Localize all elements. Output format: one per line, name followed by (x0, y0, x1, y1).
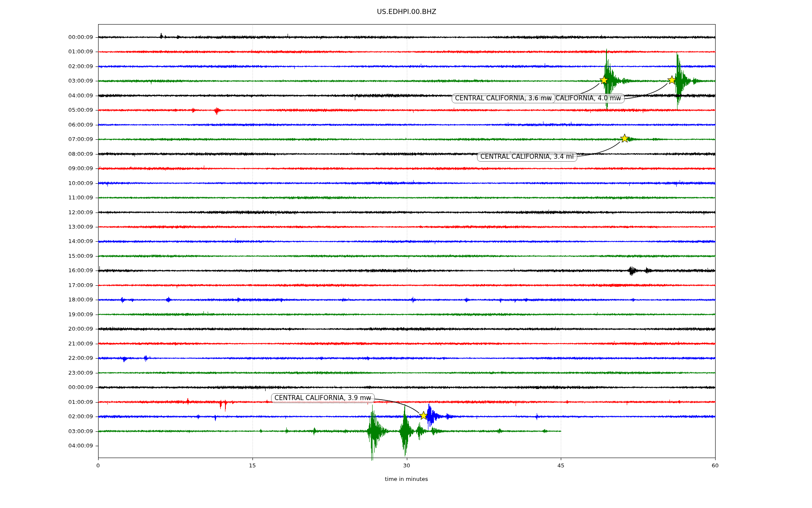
y-tick-label: 22:00:09 (25, 355, 93, 361)
y-tick-label: 03:00:09 (25, 428, 93, 434)
x-tick-label: 45 (546, 462, 576, 469)
y-tick-label: 15:00:09 (25, 253, 93, 259)
seismogram-figure: US.EDHPI.00.BHZ 00:00:0901:00:0902:00:09… (0, 0, 812, 508)
event-annotation-3.9mw: CENTRAL CALIFORNIA, 3.9 mw (271, 393, 375, 403)
y-tick-label: 11:00:09 (25, 194, 93, 201)
y-tick-label: 08:00:09 (25, 151, 93, 157)
y-tick-label: 21:00:09 (25, 340, 93, 347)
plot-title: US.EDHPI.00.BHZ (98, 8, 715, 16)
y-tick-label: 13:00:09 (25, 224, 93, 230)
y-tick-label: 02:00:09 (25, 413, 93, 420)
y-tick-label: 01:00:09 (25, 48, 93, 55)
event-annotation-3.4ml: CENTRAL CALIFORNIA, 3.4 ml (477, 152, 577, 162)
x-tick-label: 30 (392, 462, 422, 469)
y-tick-label: 14:00:09 (25, 238, 93, 244)
y-tick-label: 04:00:09 (25, 442, 93, 449)
y-tick-label: 09:00:09 (25, 165, 93, 171)
event-annotation-3.6mw: CENTRAL CALIFORNIA, 3.6 mw (452, 94, 555, 103)
y-tick-label: 10:00:09 (25, 180, 93, 186)
y-tick-label: 04:00:09 (25, 92, 93, 99)
y-tick-label: 07:00:09 (25, 136, 93, 142)
y-tick-label: 03:00:09 (25, 77, 93, 84)
y-tick-label: 16:00:09 (25, 267, 93, 273)
y-tick-label: 00:00:09 (25, 34, 93, 40)
y-tick-label: 05:00:09 (25, 107, 93, 113)
y-tick-label: 01:00:09 (25, 399, 93, 405)
y-tick-label: 18:00:09 (25, 296, 93, 303)
x-axis-title: time in minutes (364, 476, 449, 482)
seismogram-canvas (0, 0, 812, 508)
x-tick-label: 60 (700, 462, 730, 469)
y-tick-label: 23:00:09 (25, 370, 93, 376)
y-tick-label: 06:00:09 (25, 121, 93, 128)
y-tick-label: 12:00:09 (25, 209, 93, 215)
y-tick-label: 17:00:09 (25, 282, 93, 288)
x-tick-label: 15 (238, 462, 267, 469)
y-tick-label: 19:00:09 (25, 311, 93, 318)
y-tick-label: 20:00:09 (25, 326, 93, 332)
x-tick-label: 0 (83, 462, 113, 469)
y-tick-label: 00:00:09 (25, 384, 93, 390)
y-tick-label: 02:00:09 (25, 63, 93, 69)
